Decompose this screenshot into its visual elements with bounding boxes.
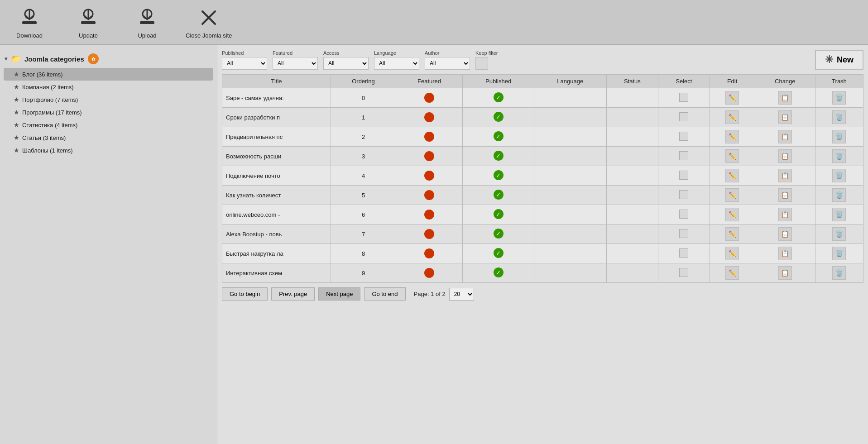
cell-featured[interactable] <box>396 147 463 166</box>
cell-trash[interactable]: 🗑️ <box>815 224 863 244</box>
cell-trash[interactable]: 🗑️ <box>815 88 863 108</box>
cell-change[interactable]: 📋 <box>755 127 815 147</box>
cell-published[interactable] <box>463 147 534 166</box>
edit-button[interactable]: ✏️ <box>725 130 739 143</box>
cell-published[interactable] <box>463 224 534 244</box>
trash-button[interactable]: 🗑️ <box>832 247 846 260</box>
cell-edit[interactable]: ✏️ <box>710 88 755 108</box>
edit-button[interactable]: ✏️ <box>725 188 739 202</box>
select-checkbox[interactable] <box>679 171 688 180</box>
edit-button[interactable]: ✏️ <box>725 110 739 124</box>
cell-select[interactable] <box>658 127 710 147</box>
sidebar-item-company[interactable]: ★ Компания (2 items) <box>0 81 217 93</box>
edit-button[interactable]: ✏️ <box>725 208 739 221</box>
featured-select[interactable]: All <box>273 57 318 70</box>
cell-select[interactable] <box>658 147 710 166</box>
cell-trash[interactable]: 🗑️ <box>815 263 863 283</box>
select-checkbox[interactable] <box>679 93 688 102</box>
change-button[interactable]: 📋 <box>778 130 792 143</box>
trash-button[interactable]: 🗑️ <box>832 149 846 163</box>
keep-filter-checkbox[interactable] <box>475 57 488 70</box>
cell-change[interactable]: 📋 <box>755 263 815 283</box>
change-button[interactable]: 📋 <box>778 227 792 241</box>
cell-featured[interactable] <box>396 127 463 147</box>
cell-edit[interactable]: ✏️ <box>710 166 755 186</box>
trash-button[interactable]: 🗑️ <box>832 110 846 124</box>
cell-trash[interactable]: 🗑️ <box>815 108 863 127</box>
close-joomla-button[interactable]: Close Joomla site <box>186 6 232 39</box>
trash-button[interactable]: 🗑️ <box>832 188 846 202</box>
language-select[interactable]: All <box>374 57 419 70</box>
cell-published[interactable] <box>463 263 534 283</box>
trash-button[interactable]: 🗑️ <box>832 266 846 280</box>
cell-trash[interactable]: 🗑️ <box>815 205 863 224</box>
cell-featured[interactable] <box>396 108 463 127</box>
change-button[interactable]: 📋 <box>778 188 792 202</box>
trash-button[interactable]: 🗑️ <box>832 130 846 143</box>
cell-select[interactable] <box>658 166 710 186</box>
cell-published[interactable] <box>463 244 534 263</box>
update-button[interactable]: Update <box>68 6 109 39</box>
sidebar-item-blog[interactable]: ★ Блог (36 items) <box>4 68 213 81</box>
prev-page-button[interactable]: Prev. page <box>271 287 315 301</box>
change-button[interactable]: 📋 <box>778 91 792 105</box>
cell-featured[interactable] <box>396 186 463 205</box>
sidebar-item-programs[interactable]: ★ Программы (17 items) <box>0 106 217 119</box>
cell-edit[interactable]: ✏️ <box>710 244 755 263</box>
edit-button[interactable]: ✏️ <box>725 266 739 280</box>
access-select[interactable]: All <box>323 57 369 70</box>
change-button[interactable]: 📋 <box>778 149 792 163</box>
cell-edit[interactable]: ✏️ <box>710 127 755 147</box>
change-button[interactable]: 📋 <box>778 208 792 221</box>
edit-button[interactable]: ✏️ <box>725 247 739 260</box>
new-button[interactable]: ✳ New <box>815 50 863 70</box>
cell-trash[interactable]: 🗑️ <box>815 186 863 205</box>
cell-select[interactable] <box>658 263 710 283</box>
cell-change[interactable]: 📋 <box>755 205 815 224</box>
cell-select[interactable] <box>658 88 710 108</box>
select-checkbox[interactable] <box>679 112 688 121</box>
select-checkbox[interactable] <box>679 268 688 277</box>
cell-select[interactable] <box>658 244 710 263</box>
cell-edit[interactable]: ✏️ <box>710 147 755 166</box>
page-size-select[interactable]: 20 50 100 <box>449 288 474 301</box>
edit-button[interactable]: ✏️ <box>725 227 739 241</box>
cell-trash[interactable]: 🗑️ <box>815 147 863 166</box>
cell-featured[interactable] <box>396 166 463 186</box>
published-select[interactable]: All <box>222 57 267 70</box>
cell-published[interactable] <box>463 166 534 186</box>
edit-button[interactable]: ✏️ <box>725 169 739 182</box>
cell-change[interactable]: 📋 <box>755 88 815 108</box>
select-checkbox[interactable] <box>679 151 688 160</box>
cell-featured[interactable] <box>396 224 463 244</box>
cell-edit[interactable]: ✏️ <box>710 186 755 205</box>
cell-change[interactable]: 📋 <box>755 224 815 244</box>
trash-button[interactable]: 🗑️ <box>832 169 846 182</box>
sidebar-item-articles[interactable]: ★ Статьи (3 items) <box>0 131 217 144</box>
cell-change[interactable]: 📋 <box>755 147 815 166</box>
change-button[interactable]: 📋 <box>778 247 792 260</box>
cell-change[interactable]: 📋 <box>755 186 815 205</box>
select-checkbox[interactable] <box>679 210 688 219</box>
sidebar-item-templates[interactable]: ★ Шаблоны (1 items) <box>0 144 217 157</box>
cell-trash[interactable]: 🗑️ <box>815 166 863 186</box>
trash-button[interactable]: 🗑️ <box>832 208 846 221</box>
sidebar-item-stats[interactable]: ★ Статистика (4 items) <box>0 119 217 131</box>
edit-button[interactable]: ✏️ <box>725 149 739 163</box>
cell-published[interactable] <box>463 127 534 147</box>
select-checkbox[interactable] <box>679 132 688 141</box>
cell-select[interactable] <box>658 186 710 205</box>
cell-featured[interactable] <box>396 263 463 283</box>
edit-button[interactable]: ✏️ <box>725 91 739 105</box>
cell-featured[interactable] <box>396 244 463 263</box>
cell-trash[interactable]: 🗑️ <box>815 244 863 263</box>
download-button[interactable]: Download <box>9 6 50 39</box>
select-checkbox[interactable] <box>679 248 688 258</box>
cell-published[interactable] <box>463 88 534 108</box>
cell-edit[interactable]: ✏️ <box>710 205 755 224</box>
next-page-button[interactable]: Next page <box>318 287 360 301</box>
cell-change[interactable]: 📋 <box>755 166 815 186</box>
sidebar-header[interactable]: ▾ 📁 Joomla categories ✿ <box>0 50 217 68</box>
cell-featured[interactable] <box>396 88 463 108</box>
cell-select[interactable] <box>658 224 710 244</box>
